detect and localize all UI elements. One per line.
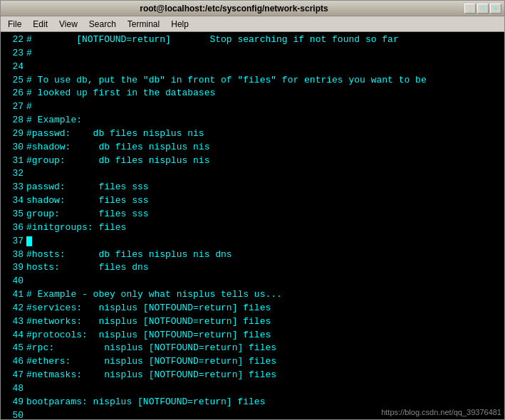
line-number: 43 bbox=[4, 315, 24, 329]
line-number: 46 bbox=[4, 355, 24, 369]
table-row: 41# Example - obey only what nisplus tel… bbox=[4, 288, 501, 302]
close-button[interactable]: × bbox=[490, 4, 501, 14]
line-number: 45 bbox=[4, 342, 24, 355]
line-content: # bbox=[26, 100, 32, 114]
line-content: #passwd: db files nisplus nis bbox=[26, 127, 204, 141]
line-number: 37 bbox=[4, 235, 24, 248]
line-content: hosts: files dns bbox=[26, 261, 149, 275]
table-row: 24 bbox=[4, 61, 501, 74]
terminal-window: root@localhost:/etc/sysconfig/network-sc… bbox=[0, 0, 505, 420]
menu-item-search[interactable]: Search bbox=[85, 18, 120, 31]
line-number: 41 bbox=[4, 288, 24, 302]
table-row: 33passwd: files sss bbox=[4, 181, 501, 194]
line-number: 29 bbox=[4, 127, 24, 141]
line-number: 47 bbox=[4, 369, 24, 382]
table-row: 30#shadow: db files nisplus nis bbox=[4, 141, 501, 154]
table-row: 32 bbox=[4, 167, 501, 181]
line-content: #hosts: db files nisplus nis dns bbox=[26, 248, 232, 262]
line-content bbox=[26, 235, 32, 248]
table-row: 28# Example: bbox=[4, 114, 501, 127]
table-row: 27# bbox=[4, 100, 501, 114]
table-row: 49bootparams: nisplus [NOTFOUND=return] … bbox=[4, 396, 501, 409]
table-row: 22# [NOTFOUND=return] Stop searching if … bbox=[4, 33, 501, 47]
watermark: https://blog.csdn.net/qq_39376481 bbox=[381, 408, 501, 416]
line-content: #initgroups: files bbox=[26, 221, 126, 235]
table-row: 45#rpc: nisplus [NOTFOUND=return] files bbox=[4, 342, 501, 355]
line-number: 38 bbox=[4, 248, 24, 262]
table-row: 36#initgroups: files bbox=[4, 221, 501, 235]
line-number: 49 bbox=[4, 396, 24, 409]
table-row: 47#netmasks: nisplus [NOTFOUND=return] f… bbox=[4, 369, 501, 382]
line-content: #ethers: nisplus [NOTFOUND=return] files bbox=[26, 355, 276, 369]
line-content: bootparams: nisplus [NOTFOUND=return] fi… bbox=[26, 396, 265, 409]
table-row: 42#services: nisplus [NOTFOUND=return] f… bbox=[4, 302, 501, 315]
line-content: # bbox=[26, 47, 32, 61]
table-row: 26# looked up first in the databases bbox=[4, 87, 501, 100]
line-content: shadow: files sss bbox=[26, 194, 149, 208]
line-number: 48 bbox=[4, 382, 24, 396]
table-row: 25# To use db, put the "db" in front of … bbox=[4, 74, 501, 88]
line-number: 32 bbox=[4, 167, 24, 181]
menu-item-file[interactable]: File bbox=[4, 18, 26, 31]
window-controls: _ □ × bbox=[464, 4, 501, 14]
line-number: 42 bbox=[4, 302, 24, 315]
editor-content: 22# [NOTFOUND=return] Stop searching if … bbox=[1, 32, 504, 419]
menu-item-view[interactable]: View bbox=[55, 18, 82, 31]
line-number: 33 bbox=[4, 181, 24, 194]
text-cursor bbox=[26, 236, 32, 246]
line-number: 34 bbox=[4, 194, 24, 208]
table-row: 37 bbox=[4, 235, 501, 248]
menu-item-help[interactable]: Help bbox=[167, 18, 193, 31]
line-content: #shadow: db files nisplus nis bbox=[26, 141, 209, 154]
line-number: 31 bbox=[4, 154, 24, 168]
table-row: 29#passwd: db files nisplus nis bbox=[4, 127, 501, 141]
line-number: 25 bbox=[4, 74, 24, 88]
line-number: 44 bbox=[4, 329, 24, 342]
table-row: 23# bbox=[4, 47, 501, 61]
line-content: # Example: bbox=[26, 114, 82, 127]
line-number: 27 bbox=[4, 100, 24, 114]
table-row: 48 bbox=[4, 382, 501, 396]
maximize-button[interactable]: □ bbox=[477, 4, 489, 14]
line-content: # To use db, put the "db" in front of "f… bbox=[26, 74, 427, 88]
table-row: 35group: files sss bbox=[4, 208, 501, 221]
table-row: 40 bbox=[4, 275, 501, 288]
menu-item-edit[interactable]: Edit bbox=[28, 18, 52, 31]
window-title: root@localhost:/etc/sysconfig/network-sc… bbox=[4, 4, 464, 14]
line-number: 35 bbox=[4, 208, 24, 221]
line-number: 40 bbox=[4, 275, 24, 288]
table-row: 38#hosts: db files nisplus nis dns bbox=[4, 248, 501, 262]
line-content: # [NOTFOUND=return] Stop searching if no… bbox=[26, 33, 399, 47]
table-row: 43#networks: nisplus [NOTFOUND=return] f… bbox=[4, 315, 501, 329]
table-row: 44#protocols: nisplus [NOTFOUND=return] … bbox=[4, 329, 501, 342]
title-bar: root@localhost:/etc/sysconfig/network-sc… bbox=[1, 1, 504, 16]
minimize-button[interactable]: _ bbox=[464, 4, 476, 14]
table-row: 31#group: db files nisplus nis bbox=[4, 154, 501, 168]
line-content: #group: db files nisplus nis bbox=[26, 154, 209, 168]
line-number: 30 bbox=[4, 141, 24, 154]
line-content: #services: nisplus [NOTFOUND=return] fil… bbox=[26, 302, 271, 315]
line-number: 22 bbox=[4, 33, 24, 47]
menu-bar: FileEditViewSearchTerminalHelp bbox=[1, 16, 504, 32]
line-content: # Example - obey only what nisplus tells… bbox=[26, 288, 282, 302]
line-number: 24 bbox=[4, 61, 24, 74]
line-number: 26 bbox=[4, 87, 24, 100]
line-number: 39 bbox=[4, 261, 24, 275]
table-row: 34shadow: files sss bbox=[4, 194, 501, 208]
line-number: 28 bbox=[4, 114, 24, 127]
line-content: #rpc: nisplus [NOTFOUND=return] files bbox=[26, 342, 276, 355]
table-row: 39hosts: files dns bbox=[4, 261, 501, 275]
line-content: # looked up first in the databases bbox=[26, 87, 215, 100]
line-content: #protocols: nisplus [NOTFOUND=return] fi… bbox=[26, 329, 271, 342]
line-number: 23 bbox=[4, 47, 24, 61]
line-content: passwd: files sss bbox=[26, 181, 149, 194]
line-content: #netmasks: nisplus [NOTFOUND=return] fil… bbox=[26, 369, 276, 382]
line-content: #networks: nisplus [NOTFOUND=return] fil… bbox=[26, 315, 271, 329]
line-number: 36 bbox=[4, 221, 24, 235]
line-number: 50 bbox=[4, 409, 24, 419]
table-row: 46#ethers: nisplus [NOTFOUND=return] fil… bbox=[4, 355, 501, 369]
menu-item-terminal[interactable]: Terminal bbox=[123, 18, 164, 31]
line-content: group: files sss bbox=[26, 208, 149, 221]
